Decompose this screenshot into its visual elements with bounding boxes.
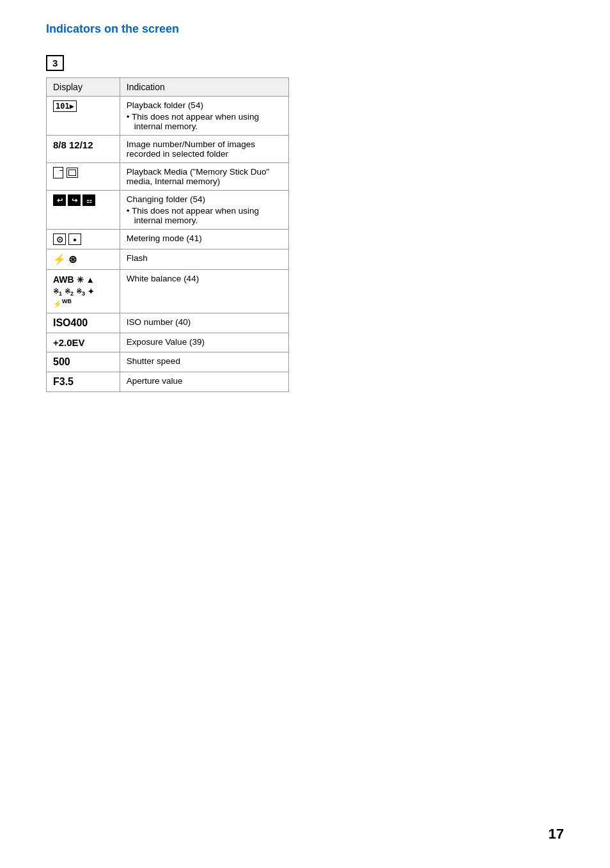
indication-note-text: • This does not appear when using intern…: [127, 206, 282, 225]
indication-main-text: ISO number (40): [127, 317, 191, 327]
indication-main-text: Metering mode (41): [127, 233, 202, 243]
indication-main-text: Aperture value: [127, 376, 183, 386]
indication-cell-aperture: Aperture value: [120, 372, 288, 392]
playback-folder-icon: 101▶: [53, 100, 77, 112]
indication-cell-ev: Exposure Value (39): [120, 333, 288, 352]
table-header-row: Display Indication: [47, 78, 289, 97]
wb-fluor2-icon: ※2: [65, 287, 74, 298]
display-cell-image-number: 8/8 12/12: [47, 136, 120, 163]
table-row: ISO400 ISO number (40): [47, 313, 289, 333]
wb-fluor1-icon: ※1: [53, 287, 62, 298]
indication-cell-changing-folder: Changing folder (54) • This does not app…: [120, 191, 288, 230]
indication-cell-iso: ISO number (40): [120, 313, 288, 333]
table-row: 500 Shutter speed: [47, 352, 289, 372]
ev-display: +2.0EV: [53, 337, 85, 348]
page-number: 17: [549, 826, 564, 842]
indication-cell-flash: Flash: [120, 249, 288, 270]
iso-display: ISO400: [53, 317, 88, 328]
wb-row-2: ※1 ※2 ※3 ✦: [53, 287, 113, 298]
table-row: ⊙ ● Metering mode (41): [47, 230, 289, 249]
media-icons: [53, 167, 78, 178]
flash-icons: ⚡ ⊛: [53, 253, 77, 265]
display-cell-changing-folder: ↩ ↪ ⚏: [47, 191, 120, 230]
header-indication: Indication: [120, 78, 288, 97]
indication-note-text: • This does not appear when using intern…: [127, 112, 282, 131]
aperture-display: F3.5: [53, 376, 74, 387]
changing-folder-icons: ↩ ↪ ⚏: [53, 194, 95, 206]
table-row: 101▶ Playback folder (54) • This does no…: [47, 97, 289, 136]
table-row: ↩ ↪ ⚏ Changing folder (54) • This does n…: [47, 191, 289, 230]
indication-main-text: Exposure Value (39): [127, 337, 205, 347]
display-cell-media: [47, 163, 120, 191]
metering-multi-icon: ⊙: [53, 233, 66, 245]
table-row: +2.0EV Exposure Value (39): [47, 333, 289, 352]
display-cell-wb: AWB ✳ ▲ ※1 ※2 ※3 ✦ ⚡WB: [47, 270, 120, 313]
indication-main-text: Flash: [127, 253, 148, 263]
indication-cell-image-number: Image number/Number of images recorded i…: [120, 136, 288, 163]
display-cell-metering: ⊙ ●: [47, 230, 120, 249]
indication-cell-media: Playback Media ("Memory Stick Duo" media…: [120, 163, 288, 191]
awb-label: AWB: [53, 274, 74, 287]
display-cell-playback-folder: 101▶: [47, 97, 120, 136]
table-row: F3.5 Aperture value: [47, 372, 289, 392]
section-number: 3: [46, 55, 64, 71]
indication-main-text: Playback Media ("Memory Stick Duo" media…: [127, 167, 269, 186]
indication-cell-metering: Metering mode (41): [120, 230, 288, 249]
table-row: Playback Media ("Memory Stick Duo" media…: [47, 163, 289, 191]
wb-cloud-icon: ▲: [86, 274, 95, 286]
metering-icons: ⊙ ●: [53, 233, 81, 245]
image-number-display: 8/8 12/12: [53, 139, 93, 150]
wb-sunny-icon: ✳: [77, 274, 84, 286]
memory-card-icon: [53, 167, 63, 178]
internal-memory-icon: [66, 168, 78, 178]
indication-main-text: Changing folder (54): [127, 194, 205, 204]
flash-circle-icon: ⊛: [68, 253, 77, 265]
table-row: ⚡ ⊛ Flash: [47, 249, 289, 270]
indication-main-text: Playback folder (54): [127, 100, 203, 110]
page-container: Indicators on the screen 3 Display Indic…: [0, 0, 610, 430]
metering-spot-icon: ●: [68, 233, 81, 245]
folder-all-icon: ⚏: [82, 194, 95, 206]
white-balance-icons: AWB ✳ ▲ ※1 ※2 ※3 ✦ ⚡WB: [53, 274, 113, 309]
shutter-display: 500: [53, 356, 70, 367]
folder-forward-icon: ↪: [68, 194, 81, 206]
table-row: 8/8 12/12 Image number/Number of images …: [47, 136, 289, 163]
flash-bolt-icon: ⚡: [53, 253, 66, 265]
wb-flash-icon: ⚡WB: [53, 297, 72, 309]
indication-main-text: Image number/Number of images recorded i…: [127, 139, 255, 159]
display-cell-iso: ISO400: [47, 313, 120, 333]
indication-main-text: Shutter speed: [127, 356, 180, 366]
indication-cell-shutter: Shutter speed: [120, 352, 288, 372]
display-cell-aperture: F3.5: [47, 372, 120, 392]
indication-cell-playback-folder: Playback folder (54) • This does not app…: [120, 97, 288, 136]
display-cell-flash: ⚡ ⊛: [47, 249, 120, 270]
indicators-table: Display Indication 101▶ Playback folder …: [46, 77, 289, 392]
folder-back-icon: ↩: [53, 194, 66, 206]
table-row: AWB ✳ ▲ ※1 ※2 ※3 ✦ ⚡WB: [47, 270, 289, 313]
page-title: Indicators on the screen: [46, 22, 564, 36]
wb-sun-icon: ✦: [88, 287, 94, 297]
indication-main-text: White balance (44): [127, 274, 199, 283]
wb-fluor3-icon: ※3: [76, 287, 85, 298]
header-display: Display: [47, 78, 120, 97]
wb-row-3: ⚡WB: [53, 297, 113, 309]
display-cell-ev: +2.0EV: [47, 333, 120, 352]
indication-cell-wb: White balance (44): [120, 270, 288, 313]
wb-row-1: AWB ✳ ▲: [53, 274, 113, 287]
display-cell-shutter: 500: [47, 352, 120, 372]
